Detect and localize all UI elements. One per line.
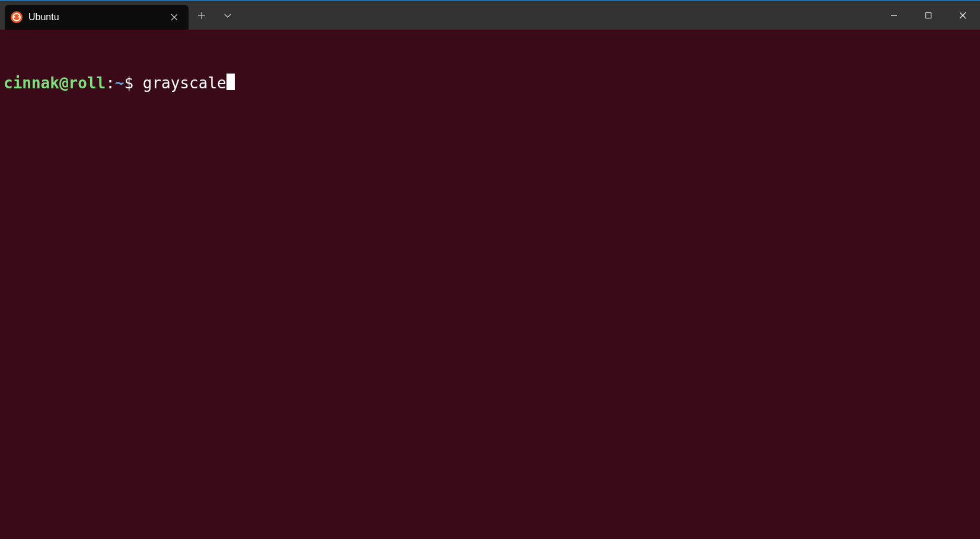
tab-ubuntu[interactable]: Ubuntu (5, 5, 189, 30)
close-icon (959, 12, 966, 19)
terminal-window: Ubuntu (0, 0, 980, 539)
cursor (226, 74, 235, 90)
close-window-button[interactable] (946, 1, 980, 30)
scrollbar[interactable] (972, 28, 980, 539)
command-input[interactable]: grayscale (133, 74, 226, 93)
tab-dropdown-button[interactable] (215, 1, 241, 30)
tabs-area: Ubuntu (0, 1, 189, 30)
maximize-icon (925, 12, 932, 19)
maximize-button[interactable] (911, 1, 946, 30)
window-controls (877, 1, 980, 30)
new-tab-button[interactable] (189, 1, 215, 30)
plus-icon (197, 11, 206, 20)
prompt-symbol: $ (125, 74, 134, 93)
close-tab-button[interactable] (166, 9, 183, 25)
tab-title: Ubuntu (28, 12, 166, 23)
prompt-path: ~ (115, 74, 125, 93)
command-text: grayscale (143, 74, 226, 92)
svg-rect-5 (926, 13, 931, 18)
minimize-icon (890, 12, 898, 19)
prompt-line: cinnak@roll:~$ grayscale (4, 72, 976, 93)
minimize-button[interactable] (877, 1, 911, 30)
ubuntu-icon (11, 11, 23, 23)
terminal-body[interactable]: cinnak@roll:~$ grayscale (0, 30, 980, 539)
titlebar: Ubuntu (0, 1, 980, 30)
titlebar-drag-area[interactable] (241, 1, 877, 30)
close-icon (171, 14, 178, 21)
prompt-separator: : (106, 74, 115, 93)
prompt-user-host: cinnak@roll (4, 74, 106, 93)
chevron-down-icon (224, 11, 232, 20)
